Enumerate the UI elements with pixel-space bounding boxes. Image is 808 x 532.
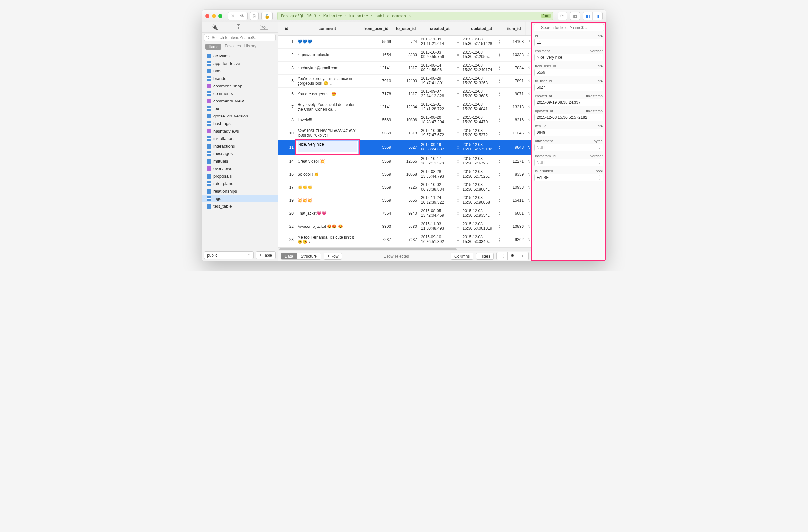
minimize-window-icon[interactable] (212, 14, 216, 18)
cell-updated-at[interactable]: 2015-12-0815:30:53.001019▴▾ (460, 220, 502, 233)
sidebar-item-foo[interactable]: foo (202, 105, 278, 112)
cell-from-user-id[interactable]: 5569 (359, 181, 393, 194)
cell-item-id[interactable]: 8339 (502, 168, 526, 181)
cell-id[interactable]: 17 (278, 181, 296, 194)
table-row[interactable]: 6You are gorgeous !!😍717813172015-09-072… (278, 88, 531, 100)
cell-updated-at[interactable]: 2015-12-0815:30:52.5372…▴▾ (460, 127, 502, 140)
sidebar-item-app_for_leave[interactable]: app_for_leave (202, 60, 278, 67)
field-value-input[interactable]: NULL (534, 144, 603, 151)
cell-item-id[interactable]: 6081 (502, 207, 526, 220)
stop-button[interactable]: ✕ (228, 13, 237, 20)
right-panel-toggle[interactable]: ◨ (592, 13, 602, 20)
tab-favorites[interactable]: Favorites (225, 44, 241, 50)
cell-from-user-id[interactable]: 5569 (359, 194, 393, 207)
cell-updated-at[interactable]: 2015-12-0815:30:52.3685…▴▾ (460, 88, 502, 100)
cell-to-user-id[interactable]: 10806 (393, 114, 419, 127)
cell-comment[interactable]: So cool ! 👏 (296, 168, 359, 181)
tab-history[interactable]: History (244, 44, 256, 50)
column-header-to_user_id[interactable]: to_user_id (393, 22, 419, 35)
cell-updated-at[interactable]: 2015-12-0815:30:52.572182▴▾ (460, 140, 502, 155)
column-header-from_user_id[interactable]: from_user_id (359, 22, 393, 35)
cell-from-user-id[interactable]: 7178 (359, 88, 393, 100)
field-value-input[interactable]: 9848 (534, 129, 603, 136)
cell-created-at[interactable]: 2015-10-0619:57:47.672▴▾ (419, 127, 460, 140)
cell-comment[interactable]: https://tableplus.io (296, 48, 359, 61)
cell-comment[interactable]: Awesome jacket 😍😍 😍 (296, 220, 359, 233)
cell-to-user-id[interactable]: 10568 (393, 168, 419, 181)
cell-from-user-id[interactable]: 5569 (359, 140, 393, 155)
cell-item-id[interactable]: 12271 (502, 155, 526, 168)
schema-select[interactable]: public (204, 251, 254, 259)
cell-to-user-id[interactable]: 8383 (393, 48, 419, 61)
cell-created-at[interactable]: 2015-08-2618:28:47.204▴▾ (419, 114, 460, 127)
cell-to-user-id[interactable]: 724 (393, 35, 419, 48)
reveal-button[interactable]: 👁 (237, 13, 247, 20)
sidebar-item-bars[interactable]: bars (202, 67, 278, 75)
layout-grid-button[interactable]: ▦ (570, 12, 580, 20)
cell-extra[interactable]: N (526, 114, 531, 127)
cell-extra[interactable]: N (526, 88, 531, 100)
cell-extra[interactable]: N (526, 207, 531, 220)
sidebar-item-tags[interactable]: tags (202, 195, 278, 202)
cell-from-user-id[interactable]: 5569 (359, 114, 393, 127)
cell-item-id[interactable]: 7891 (502, 74, 526, 88)
cell-created-at[interactable]: 2015-08-0513:42:04.459▴▾ (419, 207, 460, 220)
sidebar-item-hashtags[interactable]: hashtags (202, 120, 278, 127)
cell-id[interactable]: 16 (278, 168, 296, 181)
cell-extra[interactable]: N (526, 220, 531, 233)
connection-path[interactable]: PostgreSQL 10.3 : Katonice : katonice : … (277, 12, 553, 20)
sidebar-item-installations[interactable]: installations (202, 135, 278, 142)
reload-button[interactable]: ⟳ (557, 12, 567, 20)
cell-updated-at[interactable]: 2015-12-0815:30:52.9354…▴▾ (460, 207, 502, 220)
column-header-comment[interactable]: comment (296, 22, 359, 35)
cell-created-at[interactable]: 2015-10-0206:23:38.884▴▾ (419, 181, 460, 194)
cell-comment[interactable]: 👏👏👏 (296, 181, 359, 194)
sidebar-item-mutuals[interactable]: mutuals (202, 157, 278, 165)
field-value-input[interactable]: FALSE (534, 174, 603, 182)
cell-to-user-id[interactable]: 5027 (393, 140, 419, 155)
cell-created-at[interactable]: 2015-10-0309:40:55.756▴▾ (419, 48, 460, 61)
cell-id[interactable]: 8 (278, 114, 296, 127)
lock-button[interactable]: 🔒 (261, 12, 273, 20)
cell-from-user-id[interactable]: 5569 (359, 168, 393, 181)
cell-to-user-id[interactable]: 5730 (393, 220, 419, 233)
cell-comment[interactable]: $2a$10$HZLN88PNuWWi4ZuS91Ib8dR98Iit0kblv… (296, 127, 359, 140)
cell-id[interactable]: 7 (278, 100, 296, 114)
cell-id[interactable]: 11 (278, 140, 296, 155)
cell-id[interactable]: 2 (278, 48, 296, 61)
cell-created-at[interactable]: 2015-12-0112:41:28.722▴▾ (419, 100, 460, 114)
sidebar-item-overviews[interactable]: overviews (202, 165, 278, 172)
cell-item-id[interactable]: 10338 (502, 48, 526, 61)
cell-to-user-id[interactable]: 7237 (393, 233, 419, 246)
field-value-input[interactable]: 11 (534, 39, 603, 46)
cell-extra[interactable]: N (526, 181, 531, 194)
column-header-item_id[interactable]: item_id (502, 22, 526, 35)
cell-from-user-id[interactable]: 7364 (359, 207, 393, 220)
cell-from-user-id[interactable]: 7910 (359, 74, 393, 88)
cell-item-id[interactable]: 7034 (502, 61, 526, 74)
field-value-input[interactable]: 5027 (534, 83, 603, 91)
sidebar-search-input[interactable] (204, 34, 276, 41)
filters-button[interactable]: Filters (476, 253, 494, 260)
table-row[interactable]: 2https://tableplus.io165483832015-10-030… (278, 48, 531, 61)
cell-updated-at[interactable]: 2015-12-0815:30:52.4470…▴▾ (460, 114, 502, 127)
cell-item-id[interactable]: 11345 (502, 127, 526, 140)
cell-comment[interactable]: That jacket💗💗 (296, 207, 359, 220)
field-value-input[interactable]: 5569 (534, 69, 603, 76)
cell-id[interactable]: 10 (278, 127, 296, 140)
cell-to-user-id[interactable]: 7225 (393, 181, 419, 194)
cell-updated-at[interactable]: 2015-12-0815:30:52.90068▴▾ (460, 194, 502, 207)
table-row[interactable]: 7Hey lovely! You should def. enter the C… (278, 100, 531, 114)
cell-created-at[interactable]: 2015-11-0311:00:48.493▴▾ (419, 220, 460, 233)
table-row[interactable]: 19💥💥💥556956652015-11-2410:12:39.322▴▾201… (278, 194, 531, 207)
sql-icon[interactable]: SQL (260, 25, 269, 30)
sidebar-item-brands[interactable]: brands (202, 75, 278, 82)
cell-item-id[interactable]: 8216 (502, 114, 526, 127)
cell-extra[interactable]: N (526, 127, 531, 140)
cell-extra[interactable]: N (526, 140, 531, 155)
horizontal-scrollbar[interactable] (278, 247, 531, 251)
sidebar-item-comment_snap[interactable]: comment_snap (202, 82, 278, 90)
cell-to-user-id[interactable]: 12100 (393, 74, 419, 88)
table-row[interactable]: 10$2a$10$HZLN88PNuWWi4ZuS91Ib8dR98Iit0kb… (278, 127, 531, 140)
cell-comment[interactable]: Great video! 💥 (296, 155, 359, 168)
